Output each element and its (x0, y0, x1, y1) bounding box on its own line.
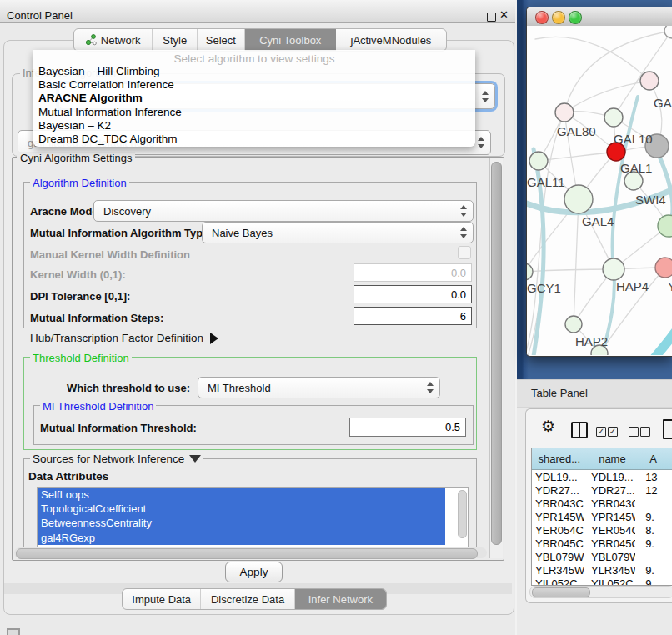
mi-threshold-title: MI Threshold Definition (40, 400, 156, 412)
manual-kernel-label: Manual Kernel Width Definition (30, 248, 190, 261)
table-row[interactable]: YBR043CYBR043C (532, 497, 672, 510)
mi-steps-input[interactable]: 6 (354, 307, 472, 325)
panel-corner-icon[interactable] (7, 628, 20, 635)
table-cell: YLR345W (584, 564, 635, 577)
data-attributes-list[interactable]: SelfLoopsTopologicalCoefficientBetweenne… (37, 487, 469, 548)
algorithm-option-bayesian-hill-climbing[interactable]: Bayesian – Hill Climbing (33, 65, 475, 78)
table-cell: YDR27... (532, 484, 584, 497)
tab-impute-data[interactable]: Impute Data (123, 589, 201, 609)
table-row[interactable]: YIL052CYIL052C9. (532, 577, 672, 586)
aracne-mode-combo[interactable]: Discovery (93, 200, 474, 222)
node-gal[interactable] (640, 72, 659, 90)
checked-checkbox-icon[interactable]: ✓ (596, 427, 606, 437)
table-row[interactable]: YPR145WYPR145W9. (532, 510, 672, 523)
close-light[interactable] (535, 11, 549, 24)
manual-kernel-checkbox[interactable] (458, 246, 471, 259)
node-gal10[interactable] (604, 108, 623, 127)
node-salmon[interactable] (655, 258, 672, 278)
tab-jactivemnodules[interactable]: jActiveMNodules (336, 29, 446, 51)
tab-select[interactable]: Select (198, 29, 245, 51)
network-canvas[interactable]: GALGAL80GAL10GAL1GAL11SWI4GAL4GCY1HAP4YH… (527, 26, 672, 355)
network-edge[interactable] (527, 269, 614, 272)
table-row[interactable]: YDR27...YDR27...12 (532, 483, 672, 497)
node-gal1-label: GAL1 (620, 161, 652, 175)
node-hap2-label: HAP2 (575, 334, 608, 348)
node-hap4[interactable] (603, 258, 624, 280)
algorithm-option-basic-correlation-inference[interactable]: Basic Correlation Inference (33, 78, 475, 92)
table-horizontal-scrollbar-thumb[interactable] (532, 588, 590, 598)
unchecked-checkbox-icon[interactable] (640, 427, 650, 437)
network-icon (86, 34, 97, 46)
dpi-tolerance-input[interactable]: 0.0 (354, 285, 472, 303)
kernel-width-input[interactable]: 0.0 (354, 263, 472, 282)
network-edge[interactable] (650, 319, 672, 355)
zoom-light[interactable] (569, 11, 582, 24)
algorithm-option-dream8-dc-tdc-algorithm[interactable]: Dream8 DC_TDC Algorithm (33, 132, 475, 146)
combo-spinner-icon (481, 91, 489, 102)
tab-infer-network[interactable]: Infer Network (295, 589, 386, 609)
node-gcy1[interactable] (527, 263, 533, 280)
apply-button[interactable]: Apply (225, 562, 283, 582)
node-salmon-label: Y (668, 279, 672, 293)
table-row[interactable]: YBL079WYBL079W (532, 550, 672, 563)
table-row[interactable]: YLR345WYLR345W9. (532, 563, 672, 577)
table-horizontal-scrollbar[interactable] (529, 586, 672, 598)
mi-type-combo[interactable]: Naive Bayes (202, 222, 474, 243)
network-window-titlebar[interactable] (527, 8, 672, 27)
column-header-name[interactable]: name (584, 448, 635, 469)
tab-cyni-toolbox[interactable]: Cyni Toolbox (245, 29, 336, 51)
checked-checkbox-icon[interactable]: ✓ (608, 427, 618, 437)
hub-definition-toggle[interactable]: Hub/Transcription Factor Definition (30, 332, 218, 344)
node-hap2[interactable] (565, 316, 582, 332)
table-cell: YDL19... (532, 471, 584, 483)
close-icon[interactable]: ✕ (499, 8, 509, 21)
algorithm-option-aracne-algorithm[interactable]: ARACNE Algorithm (33, 92, 475, 105)
node-gal80[interactable] (555, 103, 574, 122)
attribute-item-betweennesscentrality[interactable]: BetweennessCentrality (38, 516, 445, 530)
tab-style[interactable]: Style (153, 29, 198, 51)
tab-label: Cyni Toolbox (259, 34, 321, 47)
node-gal4[interactable] (564, 185, 593, 213)
which-threshold-combo[interactable]: MI Threshold (198, 377, 440, 398)
node-green-right[interactable] (658, 215, 672, 237)
algorithm-option-bayesian-k2[interactable]: Bayesian – K2 (33, 119, 475, 132)
table-cell: 8. (635, 524, 672, 537)
gear-icon[interactable]: ⚙ (541, 417, 555, 436)
column-header-shared[interactable]: shared... (532, 448, 584, 469)
tab-discretize-data[interactable]: Discretize Data (201, 589, 294, 609)
table-cell: YBL079W (532, 551, 584, 563)
minimize-light[interactable] (552, 11, 565, 24)
float-window-icon[interactable] (487, 12, 496, 22)
mi-threshold-input[interactable]: 0.5 (349, 418, 466, 437)
table-cell: 9. (635, 538, 672, 550)
combo-spinner-icon (426, 382, 434, 393)
page-icon[interactable] (663, 419, 672, 439)
table-row[interactable]: YER054CYER054C8. (532, 523, 672, 537)
settings-horizontal-scrollbar-thumb[interactable] (16, 548, 478, 559)
table-cell: 9. (635, 511, 672, 523)
attributes-scrollbar-thumb[interactable] (458, 490, 467, 538)
node-gal11[interactable] (529, 152, 548, 170)
table-cell: YER054C (584, 524, 635, 537)
sources-toggle[interactable]: Sources for Network Inference (30, 452, 203, 465)
columns-icon[interactable] (571, 422, 588, 438)
node-topright[interactable] (664, 26, 672, 38)
network-graph (527, 26, 672, 355)
network-edge[interactable] (657, 151, 672, 224)
combo-spinner-icon (459, 205, 467, 217)
attribute-item-selfloops[interactable]: SelfLoops (38, 488, 445, 502)
attribute-item-topologicalcoefficient[interactable]: TopologicalCoefficient (38, 502, 445, 516)
attribute-item-gal4rgexp[interactable]: gal4RGexp (38, 531, 445, 545)
unchecked-checkbox-icon[interactable] (629, 427, 639, 437)
algorithm-option-mutual-information-inference[interactable]: Mutual Information Inference (33, 106, 475, 119)
network-edge[interactable] (535, 37, 649, 81)
tab-network[interactable]: Network (74, 29, 153, 51)
settings-vertical-scrollbar-thumb[interactable] (491, 162, 502, 545)
table-row[interactable]: YBR045CYBR045C9. (532, 537, 672, 550)
table-cell: YBR043C (584, 498, 635, 510)
table-header-row: shared...nameA (532, 448, 672, 470)
column-header-a[interactable]: A (634, 448, 672, 469)
table-row[interactable]: YDL19...YDL19...13 (532, 470, 672, 483)
node-gal80-label: GAL80 (557, 124, 596, 138)
network-edge[interactable] (574, 199, 579, 324)
